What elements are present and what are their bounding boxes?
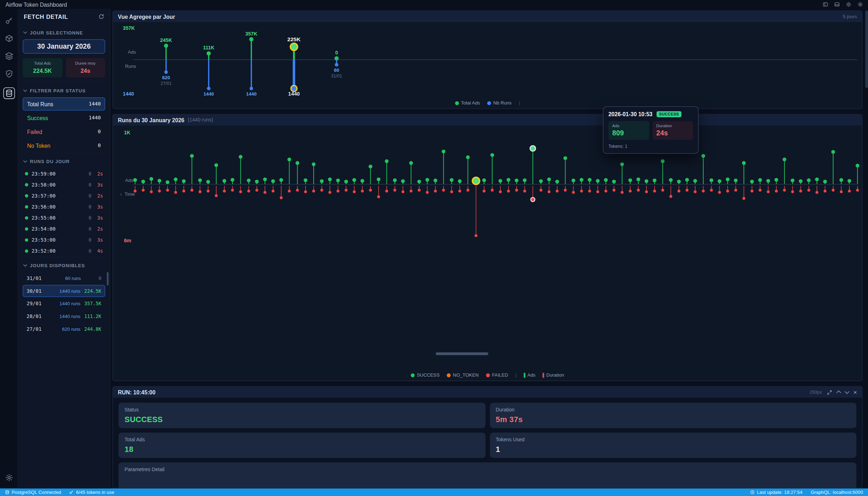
svg-text:1440: 1440 — [203, 91, 214, 97]
tooltip-ads-value: 809 — [612, 129, 645, 137]
day-runs-count: 620 runs — [62, 327, 81, 332]
legend-item-no_token[interactable]: NO_TOKEN — [447, 372, 479, 378]
day-runs-count: 1440 runs — [59, 301, 80, 307]
selected-day-display[interactable]: 30 January 2026 — [23, 39, 105, 54]
filter-row-total-runs[interactable]: Total Runs 1440 — [23, 97, 105, 110]
card-label: Duration — [496, 407, 850, 413]
graphql-status: GraphQL: localhost:5000 — [811, 490, 863, 495]
run-ads-count: 0 — [89, 204, 91, 210]
run-list-item[interactable]: 23:58:0003s — [23, 179, 105, 190]
section-header[interactable]: RUNS DU JOUR — [24, 159, 104, 165]
legend-item-success[interactable]: SUCCESS — [411, 372, 440, 378]
app-title: Airflow Token Dashboard — [6, 1, 67, 7]
section-header[interactable]: FILTRER PAR STATUS — [24, 88, 104, 94]
run-list-item[interactable]: 23:59:0002s — [23, 168, 105, 179]
day-list-item[interactable]: 28/011440 runs111.2K — [23, 310, 105, 322]
chevron-up-icon[interactable] — [836, 390, 841, 395]
legend-separator: | — [515, 372, 516, 378]
sidebar-scrollbar-thumb[interactable] — [107, 272, 108, 285]
chevron-down-icon — [23, 30, 27, 34]
parametres-detail-card: Parametres Detail — [118, 462, 856, 488]
svg-text:357K: 357K — [245, 31, 257, 37]
day-list-item[interactable]: 30/011440 runs224.5K — [23, 285, 105, 297]
run-list-item[interactable]: 23:57:0002s — [23, 190, 105, 201]
cube-icon[interactable] — [5, 34, 13, 43]
run-list-item[interactable]: 23:52:0004s — [23, 246, 105, 257]
svg-text:225K: 225K — [287, 36, 301, 42]
legend-item-total-ads[interactable]: Total Ads — [455, 100, 480, 106]
horizontal-scrollbar-thumb[interactable] — [436, 352, 488, 355]
chevron-down-icon[interactable] — [845, 389, 849, 394]
vertical-scrollbar[interactable] — [865, 11, 868, 484]
legend-item-failed[interactable]: FAILED — [486, 372, 508, 378]
layers-icon[interactable] — [5, 52, 13, 60]
shield-icon[interactable] — [5, 70, 13, 78]
section-header[interactable]: JOUR SELECTIONNE — [24, 30, 104, 36]
success-dot-icon — [25, 238, 28, 242]
chip-value: 24s — [65, 68, 105, 74]
refresh-icon[interactable] — [98, 14, 104, 20]
runs-chart-legend: SUCCESSNO_TOKENFAILED|AdsDuration — [113, 370, 862, 381]
database-icon — [5, 490, 9, 494]
chevron-down-icon — [23, 159, 27, 163]
svg-text:1440: 1440 — [123, 91, 134, 97]
postgres-status[interactable]: PostgreSQL Connected — [5, 490, 61, 495]
run-list-item[interactable]: 23:56:0003s — [23, 201, 105, 212]
svg-text:Ads: Ads — [128, 49, 136, 55]
day-date: 30/01 — [27, 288, 42, 294]
aggregate-chart-panel: Vue Agregee par Jour 5 jours 357KAdsRuns… — [112, 11, 862, 109]
runs-chart[interactable]: 1KAds›Time6m — [113, 125, 862, 370]
svg-text:620: 620 — [162, 75, 170, 80]
filter-row-failed[interactable]: Failed 0 — [23, 125, 105, 138]
tooltip-tokens: Tokens: 1 — [608, 144, 693, 149]
card-label: Total Ads — [124, 437, 479, 443]
aggregate-chart[interactable]: 357KAdsRuns1440245K62027/01111K1440357K1… — [113, 22, 862, 97]
run-list-item[interactable]: 23:54:0002s — [23, 223, 105, 234]
section-jour-selectionne: JOUR SELECTIONNE 30 January 2026 Total A… — [23, 24, 105, 77]
tooltip-ads-label: Ads — [612, 123, 645, 128]
vertical-scrollbar-thumb[interactable] — [865, 11, 868, 88]
database-active-icon[interactable] — [3, 87, 15, 99]
day-list-item[interactable]: 29/011440 runs357.5K — [23, 298, 105, 310]
svg-text:›: › — [120, 192, 122, 197]
legend-label: NO_TOKEN — [453, 372, 479, 378]
tooltip-status-badge: SUCCESS — [656, 111, 682, 117]
legend-separator: | — [519, 100, 520, 106]
expand-icon[interactable] — [827, 390, 832, 395]
day-list-item[interactable]: 31/0160 runs0 — [23, 272, 105, 284]
filter-label: Failed — [27, 129, 42, 135]
section-header-label: FILTRER PAR STATUS — [30, 88, 86, 94]
run-list-item[interactable]: 23:53:0003s — [23, 234, 105, 246]
filter-row-no-token[interactable]: No Token 0 — [23, 139, 105, 152]
section-filtrer-par-status: FILTRER PAR STATUS Total Runs 1440 Succe… — [23, 82, 105, 152]
filter-value: 0 — [98, 143, 101, 149]
run-time: 23:53:00 — [32, 237, 56, 243]
key-icon[interactable] — [5, 17, 13, 25]
legend-series-ads[interactable]: Ads — [524, 372, 536, 378]
run-list-item[interactable]: 23:55:0003s — [23, 212, 105, 223]
card-value: 5m 37s — [496, 415, 850, 424]
total-ads-card: Total Ads 18 — [118, 432, 485, 458]
success-dot-icon — [25, 172, 28, 175]
success-dot-icon — [25, 194, 28, 197]
legend-label: SUCCESS — [417, 372, 440, 378]
panel-bottom-icon[interactable] — [834, 2, 840, 7]
filter-row-success[interactable]: Success 1440 — [23, 111, 105, 124]
sun-theme-icon[interactable] — [846, 2, 852, 7]
day-list-item[interactable]: 27/01620 runs244.8K — [23, 323, 105, 335]
tokens-status[interactable]: 6/45 tokens in use — [69, 490, 114, 495]
close-icon[interactable]: × — [853, 389, 857, 395]
graphql-label: GraphQL: localhost:5000 — [811, 490, 863, 495]
run-time: 23:52:00 — [32, 248, 56, 254]
panel-left-icon[interactable] — [822, 2, 828, 7]
settings-gear-icon[interactable] — [857, 2, 863, 7]
tooltip-duration-label: Duration — [656, 123, 689, 128]
section-header[interactable]: JOURS DISPONIBLES — [24, 263, 104, 268]
legend-series-duration[interactable]: Duration — [543, 372, 564, 378]
run-duration: 3s — [95, 237, 103, 243]
filter-value: 1440 — [89, 115, 101, 121]
day-total-ads: 0 — [85, 275, 101, 281]
run-time: 23:59:00 — [32, 171, 56, 177]
legend-item-nb-runs[interactable]: Nb Runs — [487, 100, 512, 106]
gear-icon[interactable] — [5, 474, 13, 482]
